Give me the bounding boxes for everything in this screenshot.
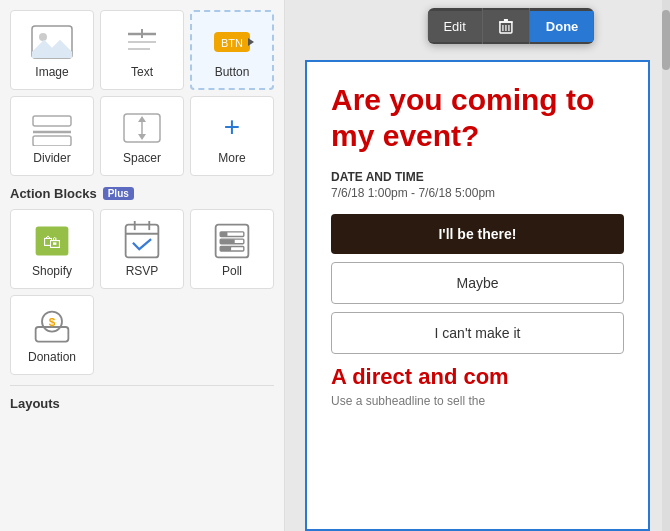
svg-rect-9 <box>33 116 71 126</box>
svg-text:+: + <box>224 111 240 142</box>
block-label-donation: Donation <box>28 350 76 364</box>
trash-icon <box>499 18 513 34</box>
action-blocks-label: Action Blocks <box>10 186 97 201</box>
block-item-more[interactable]: + More <box>190 96 274 176</box>
button-icon: BTN <box>210 23 254 61</box>
divider-hr <box>10 385 274 386</box>
popup-toolbar: Edit Done <box>427 8 594 44</box>
done-label: Done <box>546 19 579 34</box>
scrollbar[interactable] <box>662 0 670 531</box>
block-label-spacer: Spacer <box>123 151 161 165</box>
layouts-label: Layouts <box>10 396 60 411</box>
block-label-button: Button <box>215 65 250 79</box>
event-heading: Are you coming to my event? <box>331 82 624 154</box>
svg-marker-15 <box>138 134 146 140</box>
image-icon <box>30 23 74 61</box>
block-item-shopify[interactable]: 🛍 Shopify <box>10 209 94 289</box>
email-body: Are you coming to my event? DATE AND TIM… <box>307 62 648 424</box>
svg-rect-11 <box>33 136 71 146</box>
scroll-thumb <box>662 10 670 70</box>
divider-icon <box>30 109 74 147</box>
block-label-poll: Poll <box>222 264 242 278</box>
block-item-donation[interactable]: $ Donation <box>10 295 94 375</box>
block-item-spacer[interactable]: Spacer <box>100 96 184 176</box>
rsvp-yes-button[interactable]: I'll be there! <box>331 214 624 254</box>
block-label-shopify: Shopify <box>32 264 72 278</box>
block-label-rsvp: RSVP <box>126 264 159 278</box>
svg-rect-29 <box>220 246 231 251</box>
svg-point-1 <box>39 33 47 41</box>
donation-icon: $ <box>30 308 74 346</box>
block-item-divider[interactable]: Divider <box>10 96 94 176</box>
edit-label: Edit <box>443 19 465 34</box>
svg-marker-14 <box>138 116 146 122</box>
svg-rect-19 <box>126 225 159 258</box>
date-value: 7/6/18 1:00pm - 7/6/18 5:00pm <box>331 186 624 200</box>
action-blocks-header: Action Blocks Plus <box>10 186 274 201</box>
block-label-more: More <box>218 151 245 165</box>
rsvp-maybe-button[interactable]: Maybe <box>331 262 624 304</box>
svg-text:🛍: 🛍 <box>43 232 61 252</box>
shopify-icon: 🛍 <box>30 222 74 260</box>
svg-text:$: $ <box>49 315 56 329</box>
block-item-text[interactable]: Text <box>100 10 184 90</box>
done-button[interactable]: Done <box>530 11 595 42</box>
svg-rect-28 <box>220 239 235 244</box>
edit-button[interactable]: Edit <box>427 11 481 42</box>
basic-blocks-grid: Image Text BTN B <box>10 10 274 176</box>
text-icon <box>120 23 164 61</box>
block-item-button[interactable]: BTN Button <box>190 10 274 90</box>
spacer-icon <box>120 109 164 147</box>
date-label: DATE AND TIME <box>331 170 624 184</box>
svg-marker-8 <box>248 38 254 46</box>
block-item-image[interactable]: Image <box>10 10 94 90</box>
footer-sub: Use a subheadline to sell the <box>331 394 624 408</box>
block-label-divider: Divider <box>33 151 70 165</box>
email-content-area: Are you coming to my event? DATE AND TIM… <box>305 60 650 531</box>
svg-text:BTN: BTN <box>221 37 243 49</box>
block-item-rsvp[interactable]: RSVP <box>100 209 184 289</box>
block-label-text: Text <box>131 65 153 79</box>
block-label-image: Image <box>35 65 68 79</box>
rsvp-no-button[interactable]: I can't make it <box>331 312 624 354</box>
svg-rect-30 <box>36 327 69 342</box>
delete-button[interactable] <box>483 10 529 42</box>
right-panel: Edit Done Are you coming to my event? DA… <box>285 0 670 531</box>
left-panel: Image Text BTN B <box>0 0 285 531</box>
svg-rect-27 <box>220 232 227 237</box>
footer-heading: A direct and com <box>331 364 624 390</box>
rsvp-icon <box>120 222 164 260</box>
block-item-poll[interactable]: Poll <box>190 209 274 289</box>
layouts-header: Layouts <box>10 396 274 411</box>
action-blocks-grid: 🛍 Shopify RSVP <box>10 209 274 375</box>
more-icon: + <box>210 109 254 147</box>
poll-icon <box>210 222 254 260</box>
plus-badge: Plus <box>103 187 134 200</box>
